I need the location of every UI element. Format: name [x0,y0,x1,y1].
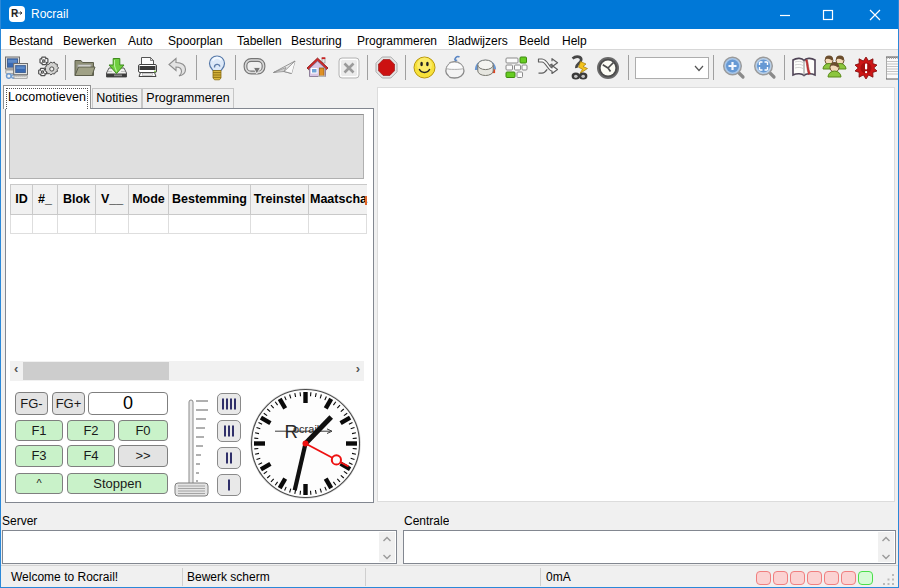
svg-text:R: R [11,8,19,19]
